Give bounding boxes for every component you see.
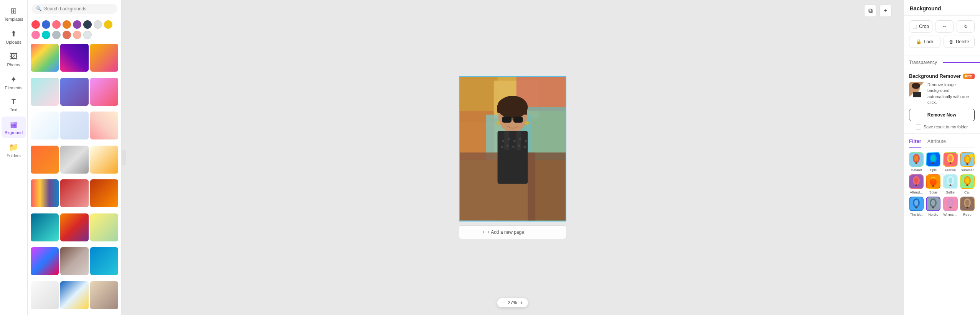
filter-thumb-solar xyxy=(926,174,940,189)
color-swatch[interactable] xyxy=(104,20,112,29)
bg-thumbnail[interactable] xyxy=(60,112,88,139)
filter-festive[interactable]: Festive xyxy=(943,152,958,172)
bg-remover-thumbnail xyxy=(909,82,924,97)
svg-rect-31 xyxy=(913,92,921,97)
filter-default[interactable]: Default xyxy=(909,152,924,172)
bg-thumbnail[interactable] xyxy=(90,281,118,309)
add-button[interactable]: + xyxy=(879,5,892,17)
svg-point-19 xyxy=(502,140,504,142)
filter-label-summer: Summer xyxy=(961,168,974,172)
filter-epic[interactable]: Epic xyxy=(926,152,940,172)
tab-filter[interactable]: Filter xyxy=(909,138,921,147)
rotate-button[interactable]: ↻ xyxy=(957,20,975,33)
bg-thumbnail[interactable] xyxy=(31,247,59,275)
add-page-label: + Add a new page xyxy=(487,230,524,235)
filter-theblu[interactable]: The blu. xyxy=(909,197,924,217)
filter-thumb-festive xyxy=(943,152,958,167)
color-swatch[interactable] xyxy=(63,20,71,29)
color-swatch[interactable] xyxy=(42,20,50,29)
transparency-slider[interactable] xyxy=(943,62,980,63)
filter-solar[interactable]: Solar xyxy=(926,174,940,194)
bg-thumbnail[interactable] xyxy=(60,213,88,241)
filter-thumb-theblu xyxy=(909,197,924,211)
add-page-icon: + xyxy=(482,230,485,235)
remove-now-button[interactable]: Remove Now xyxy=(909,109,975,121)
pro-badge: PRO xyxy=(963,74,975,79)
bg-thumbnail[interactable] xyxy=(60,44,88,72)
color-swatch[interactable] xyxy=(83,20,92,29)
filter-cali[interactable]: Cali xyxy=(960,174,975,194)
zoom-in-button[interactable]: + xyxy=(520,300,523,306)
color-swatch[interactable] xyxy=(73,20,81,29)
crop-label: Crop xyxy=(919,24,929,29)
search-input-wrapper[interactable]: 🔍 xyxy=(31,4,117,14)
color-swatch[interactable] xyxy=(94,20,102,29)
bg-thumbnail[interactable] xyxy=(90,247,118,275)
color-swatch[interactable] xyxy=(52,31,61,39)
delete-button[interactable]: 🗑 Delete xyxy=(944,36,975,48)
bg-thumbnail[interactable] xyxy=(31,112,59,139)
bg-thumbnail[interactable] xyxy=(90,112,118,139)
bg-thumbnail[interactable] xyxy=(90,78,118,106)
sidebar-item-photos[interactable]: 🖼 Photos xyxy=(2,49,26,70)
bg-thumbnail[interactable] xyxy=(60,78,88,106)
bg-thumbnail[interactable] xyxy=(60,179,88,207)
lock-button[interactable]: 🔒 Lock xyxy=(909,36,940,48)
filter-nordic[interactable]: Nordic xyxy=(926,197,940,217)
save-folder-row: Save result to my folder xyxy=(909,124,975,130)
filter-retro[interactable]: Retro xyxy=(960,197,975,217)
save-checkbox[interactable] xyxy=(916,124,921,130)
canvas-image[interactable] xyxy=(459,76,566,221)
color-swatch[interactable] xyxy=(73,31,81,39)
bg-thumbnail[interactable] xyxy=(31,44,59,72)
sidebar-item-templates[interactable]: ⊞ Templates xyxy=(2,3,26,25)
bg-thumbnail[interactable] xyxy=(31,179,59,207)
bg-thumbnail[interactable] xyxy=(60,247,88,275)
zoom-out-button[interactable]: − xyxy=(502,300,505,306)
color-swatch[interactable] xyxy=(31,31,40,39)
filter-label-epic: Epic xyxy=(930,168,937,172)
flip-button[interactable]: ↔ xyxy=(935,20,954,33)
svg-rect-17 xyxy=(504,131,509,150)
color-swatch[interactable] xyxy=(63,31,71,39)
sidebar-item-text[interactable]: T Text xyxy=(2,95,26,115)
right-panel-title: Background xyxy=(904,0,980,16)
bg-thumbnail[interactable] xyxy=(90,146,118,174)
flip-icon: ↔ xyxy=(942,24,947,29)
svg-rect-8 xyxy=(528,153,566,220)
copy-button[interactable]: ⧉ xyxy=(864,5,876,17)
color-swatch[interactable] xyxy=(31,20,40,29)
bg-thumbnail[interactable] xyxy=(31,281,59,309)
bg-thumbnail[interactable] xyxy=(31,78,59,106)
bg-thumbnail[interactable] xyxy=(90,44,118,72)
add-page-button[interactable]: + + Add a new page xyxy=(459,225,566,239)
bg-remover-content: Remove image background automatically wi… xyxy=(909,82,975,106)
sidebar-item-elements[interactable]: ✦ Elements xyxy=(2,72,26,93)
search-input[interactable] xyxy=(44,6,113,11)
color-swatch[interactable] xyxy=(42,31,50,39)
svg-point-23 xyxy=(525,140,527,142)
filter-summer[interactable]: Summer xyxy=(960,152,975,172)
filter-thumb-epic xyxy=(926,152,940,167)
tab-attribute[interactable]: Attribute xyxy=(927,138,946,147)
bg-thumbnail[interactable] xyxy=(31,213,59,241)
svg-rect-76 xyxy=(949,207,951,208)
bg-thumbnail[interactable] xyxy=(90,213,118,241)
panel-collapse-handle[interactable]: ‹ xyxy=(122,150,126,165)
bg-thumbnail[interactable] xyxy=(90,179,118,207)
sidebar-item-uploads[interactable]: ⬆ Uploads xyxy=(2,26,26,48)
color-swatch[interactable] xyxy=(52,20,61,29)
left-navigation: ⊞ Templates ⬆ Uploads 🖼 Photos ✦ Element… xyxy=(0,0,28,315)
sidebar-item-bkground[interactable]: ▦ Bkground xyxy=(2,116,26,138)
search-icon: 🔍 xyxy=(36,6,42,11)
sidebar-item-folders[interactable]: 📁 Folders xyxy=(2,139,26,161)
svg-point-51 xyxy=(914,177,919,184)
crop-button[interactable]: ⬚ Crop xyxy=(909,20,932,33)
filter-selfie[interactable]: Selfie xyxy=(943,174,958,194)
bg-thumbnail[interactable] xyxy=(60,146,88,174)
bg-thumbnail[interactable] xyxy=(60,281,88,309)
bg-thumbnail[interactable] xyxy=(31,146,59,174)
filter-whimsi[interactable]: Whimsi... xyxy=(943,197,958,217)
filter-aftergl[interactable]: Aftergl... xyxy=(909,174,924,194)
color-swatch[interactable] xyxy=(83,31,92,39)
